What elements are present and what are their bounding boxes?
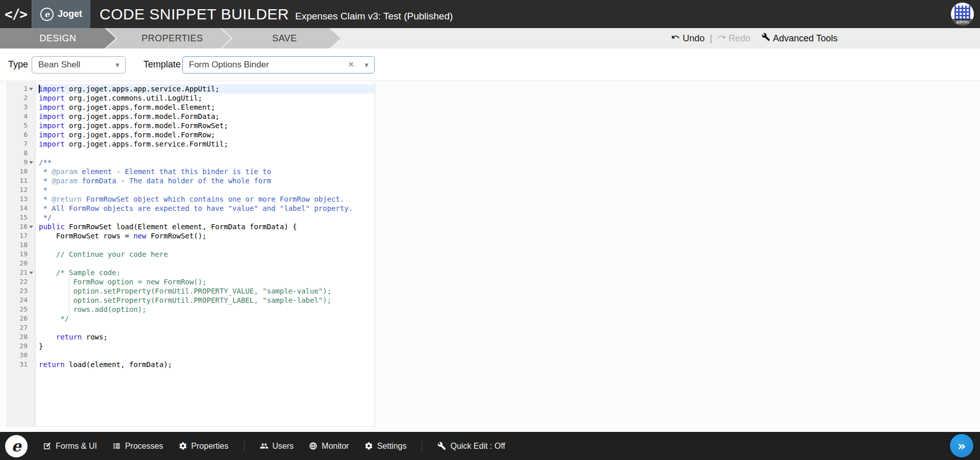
code-line-23[interactable]: option.setProperty(FormUtil.PROPERTY_VAL… (36, 286, 375, 296)
code-line-10[interactable]: * @param element - Element that this bin… (36, 167, 375, 176)
code-token: */ (39, 314, 69, 323)
fold-gutter (28, 130, 35, 139)
code-line-9[interactable]: /** (36, 158, 375, 167)
code-token: public (39, 223, 65, 231)
footer-item-monitor[interactable]: Monitor (309, 442, 349, 451)
avatar[interactable]: admin (951, 3, 974, 26)
fold-gutter (28, 204, 35, 213)
fold-marker-icon[interactable] (28, 268, 35, 277)
footer-item-label: Quick Edit : Off (450, 442, 505, 451)
tab-design[interactable]: DESIGN (0, 28, 116, 49)
editor-code[interactable]: import org.joget.apps.app.service.AppUti… (36, 82, 375, 426)
line-number: 7 (23, 139, 28, 149)
joget-footer-logo-icon[interactable]: e (5, 435, 28, 457)
code-token (39, 333, 56, 341)
fold-marker-icon[interactable] (28, 158, 35, 167)
undo-button[interactable]: Undo (671, 33, 704, 44)
type-select[interactable]: Bean Shell ▼ (32, 56, 126, 74)
code-line-8[interactable] (36, 149, 375, 158)
tab-save[interactable]: SAVE (222, 28, 340, 49)
code-line-12[interactable]: * (36, 185, 375, 195)
code-line-3[interactable]: import org.joget.apps.form.model.Element… (36, 103, 375, 112)
footer-item-label: Users (273, 442, 294, 451)
code-line-1[interactable]: import org.joget.apps.app.service.AppUti… (36, 84, 375, 93)
gutter-line: 28 (6, 332, 35, 342)
code-token: import (39, 94, 65, 102)
code-token: */ (39, 213, 52, 222)
code-token: // Continue your code here (39, 250, 168, 258)
code-line-7[interactable]: import org.joget.apps.form.service.FormU… (36, 139, 375, 149)
footer-item-settings[interactable]: Settings (364, 442, 407, 451)
double-chevron-right-icon: » (958, 439, 966, 453)
fold-marker-icon[interactable] (28, 222, 35, 231)
code-line-21[interactable]: /* Sample code: (36, 268, 375, 277)
chevron-down-icon: ▼ (115, 62, 119, 68)
wizard-tab-bar: DESIGNPROPERTIESSAVE Undo | Redo Advance… (0, 28, 980, 49)
code-token: formData - The data holder of the whole … (78, 177, 271, 185)
code-token: return (39, 360, 65, 369)
code-line-2[interactable]: import org.joget.commons.util.LogUtil; (36, 93, 375, 103)
expand-button[interactable]: » (950, 434, 973, 457)
code-token: option.setProperty(FormUtil.PROPERTY_LAB… (39, 296, 331, 304)
footer-item-quick-edit-off[interactable]: Quick Edit : Off (437, 442, 505, 451)
code-line-15[interactable]: */ (36, 213, 375, 222)
line-number: 2 (23, 93, 28, 103)
footer-item-forms-ui[interactable]: Forms & UI (43, 442, 97, 451)
gutter-line: 11 (6, 176, 35, 185)
code-line-20[interactable] (36, 259, 375, 268)
code-token: import (39, 140, 65, 148)
clear-icon[interactable]: × (348, 59, 354, 70)
gutter-line: 9 (6, 158, 35, 167)
code-line-14[interactable]: * All FormRow objects are expected to ha… (36, 204, 375, 213)
snippet-controls: Type Bean Shell ▼ Template Form Options … (0, 49, 980, 81)
fold-gutter (28, 286, 35, 296)
code-line-18[interactable] (36, 240, 375, 250)
code-line-22[interactable]: FormRow option = new FormRow(); (36, 277, 375, 286)
code-line-11[interactable]: * @param formData - The data holder of t… (36, 176, 375, 185)
code-token: import (39, 112, 65, 120)
code-line-28[interactable]: return rows; (36, 332, 375, 342)
code-token: org.joget.apps.form.model.Element; (65, 103, 215, 111)
chevron-down-icon: ▼ (364, 62, 369, 68)
code-token: load(element, formData); (65, 360, 173, 369)
code-line-24[interactable]: option.setProperty(FormUtil.PROPERTY_LAB… (36, 296, 375, 305)
code-line-31[interactable]: return load(element, formData); (36, 360, 375, 369)
gutter-line: 16 (6, 222, 35, 231)
fold-marker-icon[interactable] (28, 84, 35, 93)
gutter-line: 25 (6, 305, 35, 314)
line-number: 25 (19, 305, 28, 314)
code-token: return (56, 333, 82, 341)
advanced-tools-button[interactable]: Advanced Tools (762, 33, 838, 44)
code-line-17[interactable]: FormRowSet rows = new FormRowSet(); (36, 231, 375, 240)
fold-gutter (28, 195, 35, 204)
code-line-29[interactable]: } (36, 342, 375, 351)
gutter-line: 26 (6, 314, 35, 323)
redo-icon (717, 33, 726, 44)
line-number: 17 (19, 231, 28, 240)
tab-properties[interactable]: PROPERTIES (106, 28, 231, 49)
gutter-line: 18 (6, 240, 35, 250)
footer-item-label: Processes (125, 442, 163, 451)
code-line-26[interactable]: */ (36, 314, 375, 323)
code-line-30[interactable] (36, 351, 375, 360)
code-token: org.joget.apps.form.model.FormRow; (65, 131, 215, 139)
footer-item-properties[interactable]: Properties (179, 442, 229, 451)
line-number: 30 (19, 351, 28, 360)
code-line-6[interactable]: import org.joget.apps.form.model.FormRow… (36, 130, 375, 139)
tab-label: DESIGN (39, 33, 76, 44)
code-line-19[interactable]: // Continue your code here (36, 250, 375, 259)
code-line-5[interactable]: import org.joget.apps.form.model.FormRow… (36, 121, 375, 130)
line-number: 8 (23, 149, 28, 158)
code-line-13[interactable]: * @return FormRowSet object which contai… (36, 195, 375, 204)
code-line-4[interactable]: import org.joget.apps.form.model.FormDat… (36, 112, 375, 121)
footer-item-processes[interactable]: Processes (112, 442, 163, 451)
code-line-25[interactable]: rows.add(option); (36, 305, 375, 314)
fold-gutter (28, 167, 35, 176)
code-line-16[interactable]: public FormRowSet load(Element element, … (36, 222, 375, 231)
template-select[interactable]: Form Options Binder × ▼ (182, 56, 375, 74)
redo-button[interactable]: Redo (717, 33, 750, 44)
code-editor[interactable]: 1234567891011121314151617181920212223242… (6, 82, 375, 427)
code-line-27[interactable] (36, 323, 375, 332)
gutter-line: 21 (6, 268, 35, 277)
footer-item-users[interactable]: Users (260, 442, 294, 451)
